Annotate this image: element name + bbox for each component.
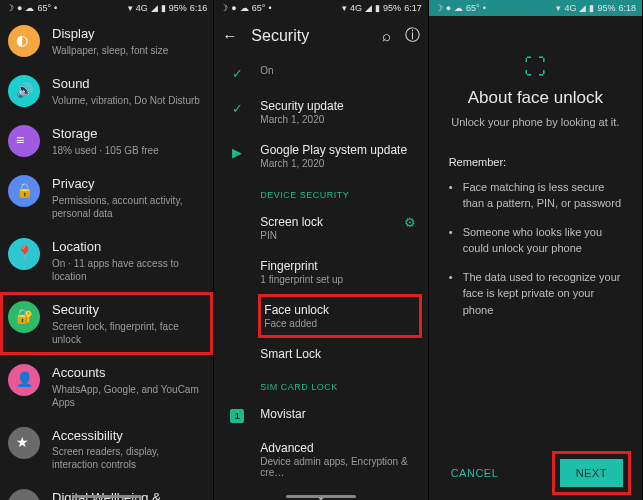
- item-title: Face unlock: [264, 303, 413, 317]
- signal-icon: ◢: [151, 3, 158, 13]
- remember-list: Face matching is less secure than a patt…: [449, 179, 622, 319]
- item-sub: 1 fingerprint set up: [260, 274, 419, 285]
- next-button[interactable]: NEXT: [560, 459, 623, 487]
- advanced-row[interactable]: Advanced Device admin apps, Encryption &…: [214, 432, 427, 487]
- moon-icon: ☽: [220, 3, 228, 13]
- section-sim-card-lock: SIM CARD LOCK: [214, 370, 427, 398]
- chat-icon: ●: [446, 3, 451, 13]
- check-icon: ✓: [228, 64, 246, 81]
- settings-item-accounts[interactable]: 👤AccountsWhatsApp, Google, and YouCam Ap…: [0, 355, 213, 418]
- item-sub: March 1, 2020: [260, 114, 419, 125]
- status-bar: ☽ ● ☁ 65° • ▾ 4G ◢ ▮ 95% 6:18: [429, 0, 642, 16]
- item-title: Privacy: [52, 176, 205, 193]
- security-item-smart-lock[interactable]: Smart Lock: [214, 338, 427, 370]
- item-sub: Screen readers, display, interaction con…: [52, 445, 205, 471]
- nav-pill[interactable]: [72, 495, 142, 498]
- item-title: Security update: [260, 99, 419, 113]
- wifi-icon: ▾: [342, 3, 347, 13]
- remember-label: Remember:: [449, 154, 622, 171]
- status-signal: 4G: [136, 3, 148, 13]
- status-time: 6:18: [618, 3, 636, 13]
- face-title: About face unlock: [449, 88, 622, 108]
- sim-title: Movistar: [260, 407, 419, 421]
- item-icon: 🔒: [8, 175, 40, 207]
- security-item-fingerprint[interactable]: Fingerprint1 fingerprint set up: [214, 250, 427, 294]
- cancel-button[interactable]: CANCEL: [451, 467, 499, 479]
- security-panel: ☽ ● ☁ 65° • ▾ 4G ◢ ▮ 95% 6:17 ← Security…: [214, 0, 428, 500]
- item-title: Security: [52, 302, 205, 319]
- status-time: 6:16: [190, 3, 208, 13]
- weather-icon: ☁: [240, 3, 249, 13]
- item-icon: 👤: [8, 364, 40, 396]
- more-icon: •: [268, 3, 271, 13]
- weather-icon: ☁: [25, 3, 34, 13]
- item-title: Google Play system update: [260, 143, 419, 157]
- nav-pill[interactable]: [286, 495, 356, 498]
- search-icon[interactable]: ⌕: [382, 27, 391, 44]
- security-header: ← Security ⌕ ⓘ: [214, 16, 427, 55]
- more-icon: •: [483, 3, 486, 13]
- item-sub: On · 11 apps have access to location: [52, 257, 205, 283]
- face-unlock-panel: ☽ ● ☁ 65° • ▾ 4G ◢ ▮ 95% 6:18 ⛶ About fa…: [429, 0, 643, 500]
- status-battery: 95%: [169, 3, 187, 13]
- section-device-security: DEVICE SECURITY: [214, 178, 427, 206]
- wifi-icon: ▾: [556, 3, 561, 13]
- find-my-device-row[interactable]: ✓ On: [214, 55, 427, 90]
- security-item-face-unlock[interactable]: Face unlockFace added: [258, 294, 421, 338]
- help-icon[interactable]: ⓘ: [405, 26, 420, 45]
- security-list: ✓ On ✓Security updateMarch 1, 2020▶Googl…: [214, 55, 427, 500]
- status-signal: 4G: [564, 3, 576, 13]
- security-item-security-update[interactable]: ✓Security updateMarch 1, 2020: [214, 90, 427, 134]
- item-sub: WhatsApp, Google, and YouCam Apps: [52, 383, 205, 409]
- security-item-google-play-system-update[interactable]: ▶Google Play system updateMarch 1, 2020: [214, 134, 427, 178]
- advanced-title: Advanced: [260, 441, 419, 455]
- item-sub: March 1, 2020: [260, 158, 419, 169]
- remember-bullet: Face matching is less secure than a patt…: [449, 179, 622, 212]
- settings-item-storage[interactable]: ≡Storage18% used · 105 GB free: [0, 116, 213, 166]
- item-title: Display: [52, 26, 205, 43]
- weather-icon: ☁: [454, 3, 463, 13]
- item-title: Accounts: [52, 365, 205, 382]
- face-subtitle: Unlock your phone by looking at it.: [449, 116, 622, 128]
- next-highlight: NEXT: [555, 454, 628, 492]
- item-title: Storage: [52, 126, 205, 143]
- item-icon: ◷: [8, 489, 40, 500]
- settings-main-panel: ☽ ● ☁ 65° • ▾ 4G ◢ ▮ 95% 6:16 ◐DisplayWa…: [0, 0, 214, 500]
- settings-item-location[interactable]: 📍LocationOn · 11 apps have access to loc…: [0, 229, 213, 292]
- settings-item-accessibility[interactable]: ★AccessibilityScreen readers, display, i…: [0, 418, 213, 481]
- settings-item-security[interactable]: 🔐SecurityScreen lock, fingerprint, face …: [0, 292, 213, 355]
- item-title: Accessibility: [52, 428, 205, 445]
- security-item-screen-lock[interactable]: Screen lockPIN⚙: [214, 206, 427, 250]
- remember-bullet: Someone who looks like you could unlock …: [449, 224, 622, 257]
- status-battery: 95%: [597, 3, 615, 13]
- chevron-down-icon[interactable]: ⌄: [214, 487, 427, 500]
- battery-icon: ▮: [589, 3, 594, 13]
- item-icon: ≡: [8, 125, 40, 157]
- chat-icon: ●: [17, 3, 22, 13]
- status-icon: ✓: [228, 99, 246, 116]
- moon-icon: ☽: [435, 3, 443, 13]
- item-icon: ◐: [8, 25, 40, 57]
- settings-list: ◐DisplayWallpaper, sleep, font size🔊Soun…: [0, 16, 213, 500]
- item-sub: Face added: [264, 318, 413, 329]
- status-signal: 4G: [350, 3, 362, 13]
- back-icon[interactable]: ←: [222, 27, 237, 44]
- item-sub: Wallpaper, sleep, font size: [52, 44, 205, 57]
- status-temp: 65°: [37, 3, 51, 13]
- item-icon: ★: [8, 427, 40, 459]
- item-title: Sound: [52, 76, 205, 93]
- gear-icon[interactable]: ⚙: [400, 215, 420, 230]
- settings-item-sound[interactable]: 🔊SoundVolume, vibration, Do Not Disturb: [0, 66, 213, 116]
- remember-bullet: The data used to recognize your face is …: [449, 269, 622, 319]
- status-battery: 95%: [383, 3, 401, 13]
- item-title: Fingerprint: [260, 259, 419, 273]
- item-sub: Volume, vibration, Do Not Disturb: [52, 94, 205, 107]
- settings-item-privacy[interactable]: 🔒PrivacyPermissions, account activity, p…: [0, 166, 213, 229]
- settings-item-display[interactable]: ◐DisplayWallpaper, sleep, font size: [0, 16, 213, 66]
- status-time: 6:17: [404, 3, 422, 13]
- signal-icon: ◢: [365, 3, 372, 13]
- battery-icon: ▮: [375, 3, 380, 13]
- item-sub: 18% used · 105 GB free: [52, 144, 205, 157]
- item-sub: Screen lock, fingerprint, face unlock: [52, 320, 205, 346]
- sim-row[interactable]: 1 Movistar: [214, 398, 427, 432]
